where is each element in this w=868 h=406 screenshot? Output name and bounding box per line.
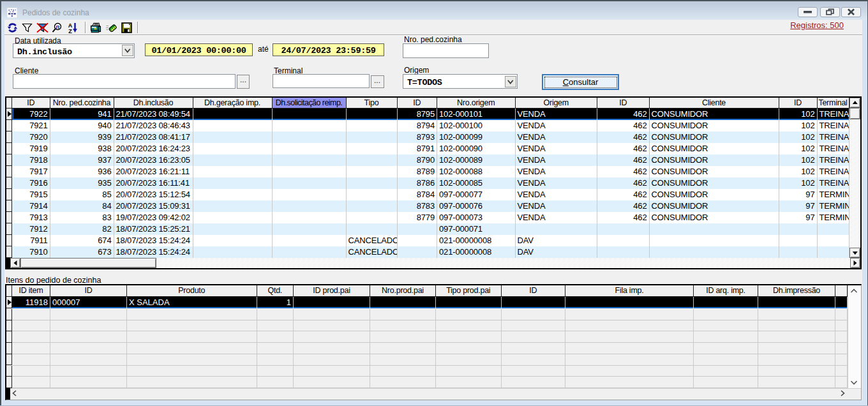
svg-text:n: n bbox=[56, 23, 60, 30]
svg-text:Z: Z bbox=[68, 27, 72, 33]
